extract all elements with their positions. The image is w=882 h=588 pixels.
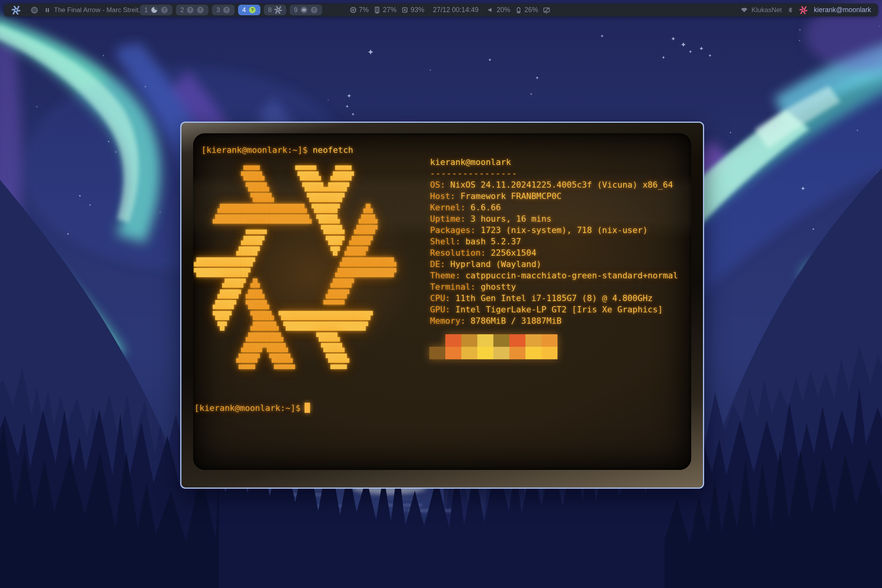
logo-line: ▜███▙ ▜███▙ ▟███▛: [194, 171, 396, 181]
neofetch-field-resolution: Resolution: 882x588: [430, 247, 678, 258]
bluetooth-icon[interactable]: [787, 7, 794, 13]
logo-line: ▟███▛ ▟▙ ▟███▛: [194, 278, 396, 289]
neofetch-info: kierank@moonlark----------------OS: NixO…: [430, 156, 678, 326]
memory-icon: [373, 6, 381, 14]
palette-swatch: [525, 334, 541, 347]
prompt-line-command: [kierank@moonlark:~]$ neofetch: [201, 145, 353, 155]
logo-line: ▟███▛ ▜▛ ▟███▛: [194, 246, 396, 256]
palette-swatch: [445, 334, 461, 347]
nix-logo-icon[interactable]: [12, 6, 20, 14]
svg-text:?: ?: [251, 7, 254, 12]
neofetch-user-host: kierank@moonlark: [430, 156, 678, 168]
svg-text:?: ?: [189, 7, 192, 12]
volume-value: 20%: [497, 6, 510, 14]
pause-icon[interactable]: [45, 7, 50, 13]
workspaces: 1?2??3?4?89?: [140, 5, 322, 15]
wifi-icon[interactable]: [740, 6, 748, 14]
bar-system-stats: 7% 27% 93% 27/12 00:14:49 20% 26%: [350, 4, 550, 16]
wifi-ssid[interactable]: KlukasNet: [751, 6, 782, 14]
palette-swatch: [525, 347, 541, 359]
workspace-number: 4: [242, 6, 246, 14]
logo-line: ▗▄▄▄ ▗▄▄▄▄ ▄▄▄▖: [194, 160, 396, 171]
clock[interactable]: 27/12 00:14:49: [433, 6, 479, 14]
battery-icon: [515, 6, 522, 14]
cpu-value: 7%: [359, 6, 369, 14]
logo-line: ▟███▛ ▜███▙ ▜███▙: [194, 353, 396, 364]
disk-icon: [401, 6, 409, 14]
terminal-window[interactable]: [kierank@moonlark:~]$ neofetch ▗▄▄▄ ▗▄▄▄…: [180, 122, 704, 489]
palette-swatch: [429, 347, 445, 359]
nix-updates-icon[interactable]: [800, 6, 807, 14]
idle-inhibitor-icon[interactable]: [543, 6, 550, 14]
neofetch-field-uptime: Uptime: 3 hours, 16 mins: [430, 213, 678, 224]
logo-line: ▜███▙ ▜███▙▟███▛: [194, 182, 396, 192]
svg-text:?: ?: [225, 7, 228, 12]
media-title[interactable]: The Final Arrow - Marc Streit...: [54, 6, 144, 14]
svg-text:?: ?: [313, 7, 316, 12]
neofetch-field-gpu: GPU: Intel TigerLake-LP GT2 [Iris Xe Gra…: [430, 304, 678, 315]
palette-swatch: [493, 334, 509, 347]
disk-module[interactable]: 93%: [401, 6, 424, 14]
neofetch-field-shell: Shell: bash 5.2.37: [430, 236, 678, 247]
neofetch-field-theme: Theme: catppuccin-macchiato-green-standa…: [430, 270, 678, 281]
prompt-line-active[interactable]: [kierank@moonlark:~]$: [194, 403, 310, 413]
speaker-icon: [487, 6, 495, 14]
neofetch-field-terminal: Terminal: ghostty: [430, 281, 678, 292]
neofetch-field-packages: Packages: 1723 (nix-system), 718 (nix-us…: [430, 224, 678, 236]
workspace-number: 1: [144, 6, 148, 14]
cpu-icon: [350, 6, 357, 14]
memory-module[interactable]: 27%: [373, 6, 396, 14]
unknown-app-icon: ?: [197, 6, 204, 14]
palette-swatch: [477, 334, 493, 347]
bar-right-modules: KlukasNet kierank@moonlark: [740, 4, 871, 16]
palette-swatch: [477, 347, 493, 359]
logo-line: ▄▄▄▄▖ ▜███▙ ▟███▛: [194, 224, 396, 235]
logo-line: ▟███▛▜███▙ ▜███▙: [194, 342, 396, 353]
workspace-number: 8: [268, 6, 272, 14]
terminal-cursor: [305, 403, 310, 413]
memory-value: 27%: [383, 6, 396, 14]
battery-module[interactable]: 26%: [515, 6, 538, 14]
palette-swatch: [541, 334, 558, 347]
neofetch-field-de: DE: Hyprland (Wayland): [430, 258, 678, 270]
volume-module[interactable]: 20%: [487, 6, 510, 14]
nixos-ascii-logo: ▗▄▄▄ ▗▄▄▄▄ ▄▄▄▖ ▜███▙ ▜███▙ ▟███▛ ▜███▙ …: [194, 160, 396, 375]
workspace-number: 2: [180, 6, 184, 14]
logo-line: ▟█████████████████▙ ▜████▛ ▟▙: [194, 203, 396, 214]
discord-app-icon: [300, 6, 308, 14]
workspace-9[interactable]: 9?: [290, 5, 322, 15]
shell-prompt: [kierank@moonlark:~]$: [194, 403, 301, 413]
svg-text:?: ?: [163, 7, 166, 12]
logo-line: ▜██▛ ▜███▙ ▜██████████████████▛: [194, 310, 396, 321]
shell-prompt: [kierank@moonlark:~]$: [201, 145, 308, 155]
battery-value: 26%: [524, 6, 538, 14]
unknown-app-icon: ?: [310, 6, 318, 14]
workspace-8[interactable]: 8: [264, 5, 286, 15]
workspace-4[interactable]: 4?: [238, 5, 260, 15]
cpu-module[interactable]: 7%: [350, 6, 369, 14]
unknown-app-icon: ?: [186, 6, 194, 14]
palette-swatch: [509, 334, 525, 347]
nix-small-app-icon: [274, 6, 282, 14]
workspace-3[interactable]: 3?: [212, 5, 234, 15]
spotify-icon[interactable]: [30, 6, 38, 14]
palette-swatch: [461, 334, 477, 347]
palette-swatch: [509, 347, 525, 359]
neofetch-field-host: Host: Framework FRANBMCP0C: [430, 190, 678, 202]
logo-line: ▜███▙ ▜██████▛: [194, 192, 396, 203]
logo-line: ▝▀▀▀ ▀▀▀▀▘ ▀▀▀▘: [194, 364, 396, 375]
disk-value: 93%: [411, 6, 424, 14]
logo-line: ▟███████████████████▙ ▜███▙ ▟██▙: [194, 214, 396, 224]
typed-command: neofetch: [308, 145, 353, 155]
unknown-app-icon: ?: [223, 6, 230, 14]
workspace-number: 3: [216, 6, 220, 14]
unknown-app-icon: ?: [161, 6, 168, 14]
workspace-1[interactable]: 1?: [140, 5, 172, 15]
palette-row-2: [429, 347, 558, 359]
status-bar: The Final Arrow - Marc Streit... 1?2??3?…: [4, 4, 878, 16]
workspace-2[interactable]: 2??: [176, 5, 208, 15]
palette-row-1: [429, 334, 558, 347]
firefox-app-icon: [151, 6, 158, 14]
logo-line: ▜▛ ▟████▙ ▜████████████████▛: [194, 321, 396, 332]
terminal-color-palette: [429, 334, 558, 359]
